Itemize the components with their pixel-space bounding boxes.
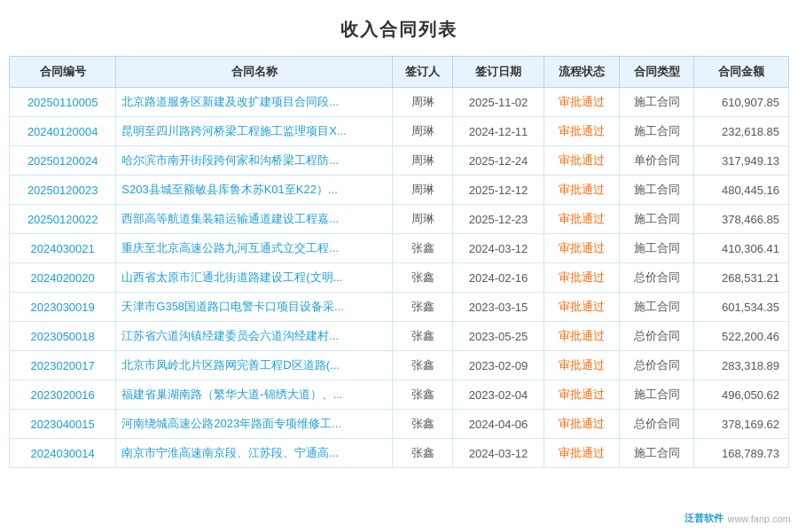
- contract-id-cell[interactable]: 20250120024: [10, 146, 116, 176]
- contract-id-cell[interactable]: 20250110005: [10, 88, 116, 117]
- contract-id-cell[interactable]: 2023050018: [10, 322, 116, 351]
- contract-id-cell[interactable]: 2023030019: [10, 293, 116, 322]
- type-cell: 施工合同: [619, 88, 694, 117]
- status-badge: 审批通过: [559, 124, 605, 137]
- col-header-0: 合同编号: [10, 57, 116, 88]
- watermark: 泛普软件 www.fanp.com: [685, 512, 791, 525]
- contract-id-cell[interactable]: 2023020016: [10, 380, 116, 410]
- amount-cell: 268,531.21: [694, 263, 789, 293]
- type-cell: 总价合同: [619, 351, 694, 380]
- table-row: 2024030014南京市宁淮高速南京段、江苏段、宁通高...张鑫2024-03…: [10, 439, 789, 468]
- status-badge: 审批通过: [559, 270, 605, 284]
- amount-cell: 480,445.16: [694, 176, 789, 205]
- amount-cell: 610,907.85: [694, 88, 789, 117]
- contract-name-cell[interactable]: 江苏省六道沟镇经建委员会六道沟经建村...: [116, 322, 393, 351]
- date-cell: 2025-12-23: [452, 205, 544, 234]
- type-cell: 施工合同: [619, 439, 694, 468]
- table-row: 20250120024哈尔滨市南开街段跨何家和沟桥梁工程防...周琳2025-1…: [10, 146, 789, 176]
- amount-cell: 496,050.62: [694, 380, 789, 410]
- table-row: 2023030019天津市G358国道路口电警卡口项目设备采...张鑫2023-…: [10, 293, 789, 322]
- contract-name-cell[interactable]: 南京市宁淮高速南京段、江苏段、宁通高...: [116, 439, 393, 468]
- type-cell: 施工合同: [619, 176, 694, 205]
- status-badge: 审批通过: [559, 446, 605, 459]
- col-header-3: 签订日期: [452, 57, 544, 88]
- status-badge: 审批通过: [559, 212, 605, 225]
- contract-id-cell[interactable]: 20250120023: [10, 176, 116, 205]
- amount-cell: 232,618.85: [694, 117, 789, 146]
- amount-cell: 410,306.41: [694, 234, 789, 263]
- amount-cell: 601,534.35: [694, 293, 789, 322]
- status-cell: 审批通过: [544, 351, 620, 380]
- type-cell: 施工合同: [619, 205, 694, 234]
- col-header-6: 合同金额: [694, 57, 789, 88]
- status-badge: 审批通过: [559, 153, 605, 167]
- col-header-4: 流程状态: [544, 57, 620, 88]
- signer-cell: 周琳: [393, 88, 453, 117]
- contract-id-cell[interactable]: 2024030021: [10, 234, 116, 263]
- type-cell: 施工合同: [619, 117, 694, 146]
- signer-cell: 周琳: [393, 205, 453, 234]
- status-cell: 审批通过: [544, 293, 620, 322]
- watermark-brand: 泛普软件: [685, 512, 724, 525]
- contract-table: 合同编号合同名称签订人签订日期流程状态合同类型合同金额 20250110005北…: [9, 56, 789, 468]
- watermark-url: www.fanp.com: [727, 513, 791, 524]
- contract-id-cell[interactable]: 20250120022: [10, 205, 116, 234]
- table-row: 2023040015河南绕城高速公路2023年路面专项维修工...张鑫2024-…: [10, 410, 789, 439]
- table-row: 2023050018江苏省六道沟镇经建委员会六道沟经建村...张鑫2023-05…: [10, 322, 789, 351]
- signer-cell: 张鑫: [393, 439, 453, 468]
- date-cell: 2024-03-12: [452, 439, 544, 468]
- contract-name-cell[interactable]: 西部高等航道集装箱运输通道建设工程嘉...: [116, 205, 393, 234]
- date-cell: 2023-05-25: [452, 322, 544, 351]
- date-cell: 2025-12-24: [452, 146, 544, 176]
- contract-id-cell[interactable]: 2024030014: [10, 439, 116, 468]
- date-cell: 2024-02-16: [452, 263, 544, 293]
- table-header-row: 合同编号合同名称签订人签订日期流程状态合同类型合同金额: [10, 57, 789, 88]
- date-cell: 2023-03-15: [452, 293, 544, 322]
- status-badge: 审批通过: [559, 329, 605, 342]
- status-cell: 审批通过: [544, 263, 620, 293]
- date-cell: 2024-12-11: [452, 117, 544, 146]
- contract-id-cell[interactable]: 20240120004: [10, 117, 116, 146]
- contract-id-cell[interactable]: 2023020017: [10, 351, 116, 380]
- date-cell: 2025-11-02: [452, 88, 544, 117]
- signer-cell: 张鑫: [393, 263, 453, 293]
- contract-name-cell[interactable]: 重庆至北京高速公路九河互通式立交工程...: [116, 234, 393, 263]
- table-row: 2024020020山西省太原市汇通北街道路建设工程(文明...张鑫2024-0…: [10, 263, 789, 293]
- table-row: 20250120023S203县城至额敏县库鲁木苏K01至K22）...周琳20…: [10, 176, 789, 205]
- type-cell: 总价合同: [619, 410, 694, 439]
- amount-cell: 522,200.46: [694, 322, 789, 351]
- status-cell: 审批通过: [544, 88, 620, 117]
- contract-name-cell[interactable]: S203县城至额敏县库鲁木苏K01至K22）...: [116, 176, 393, 205]
- status-cell: 审批通过: [544, 176, 620, 205]
- signer-cell: 周琳: [393, 117, 453, 146]
- contract-name-cell[interactable]: 北京路道服务区新建及改扩建项目合同段...: [116, 88, 393, 117]
- signer-cell: 张鑫: [393, 410, 453, 439]
- contract-name-cell[interactable]: 天津市G358国道路口电警卡口项目设备采...: [116, 293, 393, 322]
- contract-name-cell[interactable]: 昆明至四川路跨河桥梁工程施工监理项目X...: [116, 117, 393, 146]
- signer-cell: 张鑫: [393, 234, 453, 263]
- status-badge: 审批通过: [559, 300, 605, 313]
- amount-cell: 168,789.73: [694, 439, 789, 468]
- contract-name-cell[interactable]: 福建省巢湖南路（繁华大道-锦绣大道）、...: [116, 380, 393, 410]
- contract-name-cell[interactable]: 山西省太原市汇通北街道路建设工程(文明...: [116, 263, 393, 293]
- page-container: 收入合同列表 合同编号合同名称签订人签订日期流程状态合同类型合同金额 20250…: [0, 0, 798, 532]
- status-badge: 审批通过: [559, 417, 605, 430]
- type-cell: 施工合同: [619, 293, 694, 322]
- date-cell: 2023-02-09: [452, 351, 544, 380]
- signer-cell: 周琳: [393, 176, 453, 205]
- col-header-5: 合同类型: [619, 57, 694, 88]
- contract-name-cell[interactable]: 北京市凤岭北片区路网完善工程D区道路(...: [116, 351, 393, 380]
- col-header-2: 签订人: [393, 57, 453, 88]
- type-cell: 施工合同: [619, 380, 694, 410]
- contract-id-cell[interactable]: 2023040015: [10, 410, 116, 439]
- status-cell: 审批通过: [544, 410, 620, 439]
- amount-cell: 283,318.89: [694, 351, 789, 380]
- date-cell: 2024-04-06: [452, 410, 544, 439]
- status-cell: 审批通过: [544, 322, 620, 351]
- contract-name-cell[interactable]: 河南绕城高速公路2023年路面专项维修工...: [116, 410, 393, 439]
- contract-name-cell[interactable]: 哈尔滨市南开街段跨何家和沟桥梁工程防...: [116, 146, 393, 176]
- contract-id-cell[interactable]: 2024020020: [10, 263, 116, 293]
- type-cell: 总价合同: [619, 322, 694, 351]
- status-badge: 审批通过: [559, 241, 605, 254]
- date-cell: 2024-03-12: [452, 234, 544, 263]
